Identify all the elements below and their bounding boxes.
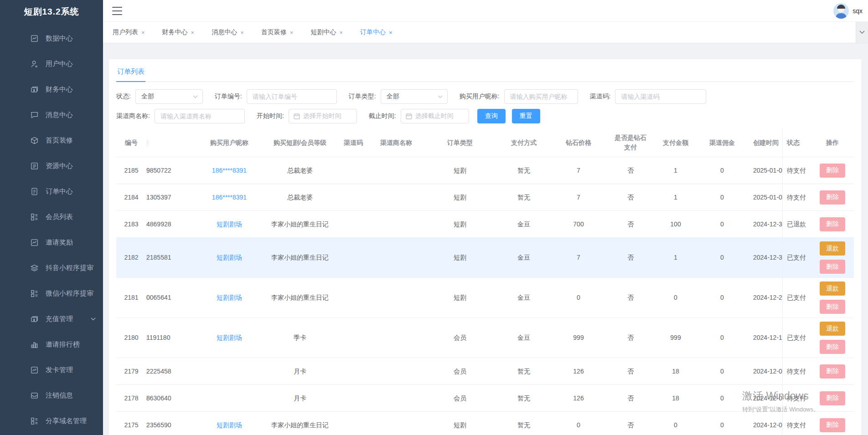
filter-input[interactable] <box>247 89 337 104</box>
sidebar-item-label: 消息中心 <box>46 111 73 119</box>
user-icon <box>30 60 39 68</box>
delete-button[interactable]: 删除 <box>820 340 845 354</box>
filter-input[interactable] <box>615 89 706 104</box>
tab-overflow-button[interactable] <box>856 22 868 43</box>
cell-id: 2175 <box>116 420 146 430</box>
delete-button[interactable]: 删除 <box>820 300 845 314</box>
user-nickname-link[interactable]: 186****8391 <box>212 167 247 174</box>
reset-button[interactable]: 重置 <box>512 109 540 123</box>
cell-isd: 否 <box>606 293 655 302</box>
sidebar-item-7[interactable]: 会员列表 <box>0 204 103 230</box>
filter-form: 状态:全部订单编号:订单类型:全部购买用户昵称:渠道码: 渠道商名称:开始时间:… <box>116 89 854 123</box>
row-scroll-cells: 21792225458月卡会员暂无126否1802024-12-09 <box>116 358 782 384</box>
sidebar-item-14[interactable]: 注销信息 <box>0 383 103 408</box>
delete-button[interactable]: 删除 <box>820 260 845 274</box>
tab-5[interactable]: 订单中心× <box>360 28 393 36</box>
header-scroll-columns: 编号购买用户昵称购买短剧/会员等级渠道码渠道商名称订单类型支付方式钻石价格是否是… <box>116 128 782 157</box>
refund-button[interactable]: 退款 <box>820 322 845 336</box>
sidebar-item-3[interactable]: 消息中心 <box>0 102 103 128</box>
close-icon[interactable]: × <box>191 29 195 36</box>
row-fixed-cells: 已退款删除 <box>782 211 854 237</box>
delete-button[interactable]: 删除 <box>820 418 845 432</box>
sidebar-item-label: 首页装修 <box>46 136 73 145</box>
cell-comm: 0 <box>697 394 748 403</box>
tab-0[interactable]: 用户列表× <box>113 28 145 36</box>
tab-4[interactable]: 短剧中心× <box>310 28 343 36</box>
column-header: 状态 <box>783 138 811 148</box>
sidebar-item-1[interactable]: 用户中心 <box>0 51 103 77</box>
delete-button[interactable]: 删除 <box>820 364 845 379</box>
row-fixed-cells: 待支付删除 <box>782 358 854 384</box>
cell-item: 季卡 <box>263 333 337 343</box>
close-icon[interactable]: × <box>290 29 294 36</box>
row-scroll-cells: 21752356590短剧剧场李家小姐的重生日记短剧暂无0否002024-12-… <box>116 412 782 435</box>
sidebar-item-6[interactable]: 订单中心 <box>0 179 103 204</box>
tab-2[interactable]: 消息中心× <box>212 28 244 36</box>
close-icon[interactable]: × <box>339 29 343 36</box>
cell-otype: 会员 <box>423 333 497 343</box>
sidebar-item-9[interactable]: 抖音小程序提审 <box>0 255 103 281</box>
cell-amt: 999 <box>655 333 697 343</box>
close-icon[interactable]: × <box>141 29 145 36</box>
layers-icon <box>30 264 39 272</box>
user-menu[interactable]: sqx <box>833 3 863 19</box>
refund-button[interactable]: 退款 <box>820 241 845 256</box>
delete-button[interactable]: 删除 <box>820 164 845 178</box>
user-nickname-link[interactable]: 短剧剧场 <box>217 220 242 228</box>
row-fixed-cells: 待支付删除 <box>782 412 854 435</box>
status-text: 已退款 <box>783 220 811 229</box>
tab-3[interactable]: 首页装修× <box>261 28 294 36</box>
filter-select[interactable]: 全部 <box>381 89 448 104</box>
user-nickname-link[interactable]: 短剧剧场 <box>217 421 242 429</box>
cell-uid: 1305397 <box>146 193 196 202</box>
filter-label: 开始时间: <box>257 112 284 120</box>
filter-label: 购买用户昵称: <box>460 92 500 101</box>
search-button[interactable]: 查询 <box>477 109 506 123</box>
user-nickname-link[interactable]: 186****8391 <box>212 194 247 201</box>
avatar[interactable] <box>833 3 849 19</box>
row-scroll-cells: 21788630640月卡会员暂无126否1802024-12-09 <box>116 385 782 411</box>
cell-price: 126 <box>551 394 606 403</box>
user-nickname-link[interactable]: 短剧剧场 <box>217 294 242 301</box>
filter-date-picker[interactable]: 选择截止时间 <box>401 109 469 123</box>
filter-date-picker[interactable]: 选择开始时间 <box>289 109 357 123</box>
chevron-down-icon <box>859 31 865 34</box>
hamburger-menu-icon[interactable] <box>112 7 122 15</box>
cell-date: 2024-12-21 <box>748 293 782 302</box>
cell-pay: 暂无 <box>497 394 551 403</box>
sidebar-item-8[interactable]: 邀请奖励 <box>0 230 103 255</box>
delete-button[interactable]: 删除 <box>820 391 845 405</box>
filter-select[interactable]: 全部 <box>135 89 203 104</box>
sidebar-item-12[interactable]: 邀请排行榜 <box>0 332 103 357</box>
sidebar-item-2[interactable]: 财务中心 <box>0 77 103 102</box>
table-body: 21859850722186****8391总裁老婆短剧暂无7否102025-0… <box>116 157 854 435</box>
column-header: 渠道商名称 <box>369 138 423 148</box>
table-row: 21822185581短剧剧场李家小姐的重生日记短剧金豆7否102024-12-… <box>116 238 854 278</box>
tab-label: 用户列表 <box>113 28 138 36</box>
refund-button[interactable]: 退款 <box>820 281 845 296</box>
sidebar-item-4[interactable]: 首页装修 <box>0 128 103 153</box>
user-nickname-link[interactable]: 短剧剧场 <box>217 254 242 261</box>
tab-1[interactable]: 财务中心× <box>162 28 195 36</box>
sidebar-item-15[interactable]: 分享域名管理 <box>0 408 103 434</box>
open-tabs: 用户列表×财务中心×消息中心×首页装修×短剧中心×订单中心× <box>103 28 856 36</box>
sidebar-item-5[interactable]: 资源中心 <box>0 153 103 179</box>
sidebar-item-11[interactable]: 充值管理 <box>0 306 103 332</box>
sidebar-item-13[interactable]: 发卡管理 <box>0 357 103 383</box>
cell-item: 月卡 <box>263 367 337 376</box>
filter-input[interactable] <box>155 109 245 123</box>
delete-button[interactable]: 删除 <box>820 190 845 205</box>
cell-isd: 否 <box>606 333 655 343</box>
cell-uid: 2185581 <box>146 253 196 262</box>
cell-price: 7 <box>551 193 606 202</box>
close-icon[interactable]: × <box>389 29 393 36</box>
close-icon[interactable]: × <box>240 29 244 36</box>
user-nickname-link[interactable]: 短剧剧场 <box>217 334 242 341</box>
table-row: 21752356590短剧剧场李家小姐的重生日记短剧暂无0否002024-12-… <box>116 412 854 435</box>
delete-button[interactable]: 删除 <box>820 217 845 231</box>
sidebar-item-10[interactable]: 微信小程序提审 <box>0 281 103 306</box>
filter-input[interactable] <box>504 89 578 104</box>
tab-order-list[interactable]: 订单列表 <box>116 65 145 82</box>
sidebar-item-0[interactable]: 数据中心 <box>0 26 103 51</box>
order-panel: 订单列表 状态:全部订单编号:订单类型:全部购买用户昵称:渠道码: 渠道商名称:… <box>109 59 861 435</box>
